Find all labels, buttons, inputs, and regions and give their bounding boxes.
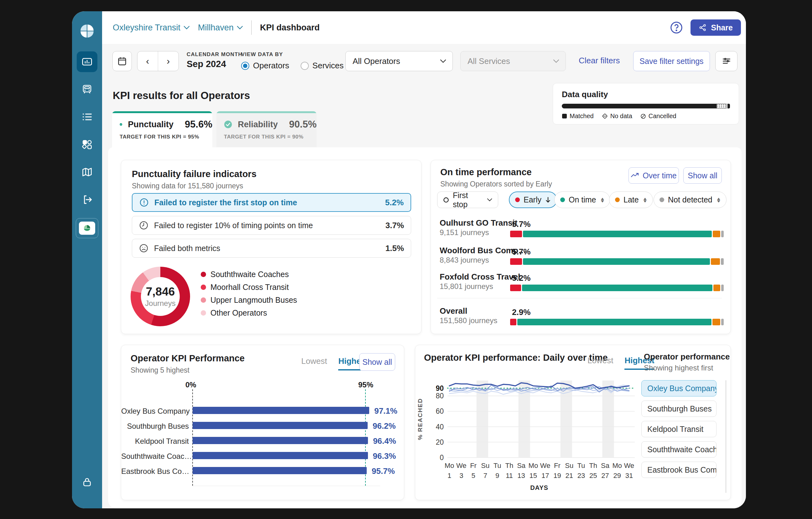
x-tick-day-name: Fr: [554, 462, 560, 469]
donut-center-value: 7,846: [146, 285, 175, 298]
data-quality-card: Data quality Matched No data Cancelled: [553, 83, 739, 125]
share-icon: [699, 24, 707, 32]
clear-filters-link[interactable]: Clear filters: [579, 56, 620, 65]
radio-dot: [241, 62, 249, 70]
filter-lines-icon: [722, 56, 731, 66]
breadcrumb-org-label: Oxleyshire Transit: [113, 23, 180, 33]
operator-name: Foxfold Cross Travel: [440, 272, 520, 282]
x-tick-day-number: 7: [484, 472, 487, 480]
kpi-bar: [193, 437, 368, 444]
partner-app-button[interactable]: [76, 218, 98, 238]
bar-category-label: Eastbrook Bus Co…: [121, 467, 189, 476]
operators-select[interactable]: All Operators: [345, 51, 453, 71]
header-divider: [251, 20, 252, 35]
nav-apps-icon[interactable]: [77, 134, 97, 155]
operator-button[interactable]: Southburgh Buses: [641, 401, 717, 417]
radio-services-label: Services: [313, 61, 344, 71]
top-header: Oxleyshire Transit Millhaven KPI dashboa…: [102, 11, 746, 44]
show-all-label: Show all: [362, 358, 392, 367]
bar-value-label: 96.2%: [373, 421, 396, 431]
calendar-button[interactable]: [112, 51, 132, 71]
operator-button[interactable]: Souththwaite Coaches: [641, 441, 717, 458]
calendar-month-value: Sep 2024: [186, 59, 226, 69]
sidebar: [72, 11, 102, 508]
failure-indicator-row[interactable]: Failed to register the first stop on tim…: [132, 193, 411, 212]
failure-panel-subtitle: Showing data for 151,580 journeys: [132, 182, 257, 190]
page-header-title: KPI dashboard: [260, 23, 320, 33]
bar-segment: [523, 231, 712, 237]
main-area: Oxleyshire Transit Millhaven KPI dashboa…: [102, 11, 746, 508]
operator-list-scrollbar[interactable]: [725, 380, 726, 493]
lock-icon[interactable]: [72, 476, 102, 488]
on-time-stacked-bar: [510, 319, 724, 325]
bar-segment: [510, 319, 516, 325]
services-select[interactable]: All Services: [460, 51, 566, 71]
operator-button[interactable]: Eastbrook Bus Compa…: [641, 462, 717, 478]
legend-dot: [201, 310, 206, 316]
bar-segment: [522, 284, 713, 291]
data-quality-bar: [562, 104, 730, 108]
alert-icon: [139, 198, 149, 207]
donut-center-label: Journeys: [145, 299, 175, 308]
failure-indicator-row[interactable]: Failed both metrics1.5%: [132, 239, 411, 257]
toggle-lowest[interactable]: Lowest: [301, 356, 327, 371]
radio-services[interactable]: Services: [301, 61, 344, 71]
share-button[interactable]: Share: [691, 20, 741, 36]
nav-bus-icon[interactable]: [77, 79, 97, 100]
toggle-lowest[interactable]: Lowest: [587, 356, 613, 370]
nav-logout-icon[interactable]: [77, 189, 97, 210]
x-tick-day-number: 5: [471, 472, 475, 480]
kpi-bars-show-all-button[interactable]: Show all: [359, 353, 395, 371]
failure-indicator-row[interactable]: Failed to register 10% of timing points …: [132, 216, 411, 235]
failure-row-label: Failed to register 10% of timing points …: [154, 221, 313, 230]
check-circle-icon: [120, 120, 122, 129]
data-quality-legend: Matched No data Cancelled: [562, 112, 730, 120]
filter-settings-button[interactable]: [715, 51, 737, 71]
tab-punctuality[interactable]: Punctuality 95.6% TARGET FOR THIS KPI = …: [112, 111, 212, 147]
x-tick-day-name: We: [540, 462, 551, 469]
chevron-down-icon: [553, 59, 559, 63]
next-month-button[interactable]: ›: [158, 51, 179, 71]
nav-list-icon[interactable]: [77, 107, 97, 127]
axis-tick-label: 95%: [358, 380, 373, 389]
nav-map-icon[interactable]: [77, 162, 97, 183]
legend-dot: [201, 297, 206, 303]
save-filter-settings-button[interactable]: Save filter settings: [633, 51, 710, 71]
x-tick-day-name: We: [624, 462, 634, 469]
operator-kpi-panel: Operator KPI Performance Showing 5 highe…: [121, 345, 404, 500]
nav-dashboard-icon[interactable]: [77, 51, 97, 72]
prev-month-button[interactable]: ‹: [138, 51, 158, 71]
daily-line-chart: 02040608090Mo1We3Fr5Su7Tu9Th11Sa13Mo15We…: [416, 376, 641, 499]
early-percent-label: 2.9%: [512, 307, 530, 317]
divider: [437, 298, 722, 298]
check-circle-icon: [224, 120, 232, 129]
operator-journeys: 15,801 journeys: [440, 282, 493, 291]
failure-row-label: Failed to register the first stop on tim…: [154, 198, 297, 207]
operator-journeys: 9,151 journeys: [440, 228, 489, 237]
bar-segment: [721, 258, 724, 265]
breadcrumb-region[interactable]: Millhaven: [198, 23, 243, 33]
x-tick-day-number: 21: [565, 472, 573, 480]
operator-button[interactable]: Oxley Bus Company: [641, 380, 717, 397]
operator-button[interactable]: Keldpool Transit: [641, 421, 717, 437]
tab-reliability[interactable]: Reliability 90.5% TARGET FOR THIS KPI = …: [216, 111, 317, 147]
help-icon[interactable]: [669, 20, 684, 35]
radio-operators-label: Operators: [253, 61, 289, 71]
x-tick-day-number: 29: [613, 472, 621, 480]
breadcrumb-org[interactable]: Oxleyshire Transit: [113, 23, 190, 33]
y-tick-label: 80: [436, 392, 444, 400]
bar-value-label: 97.1%: [374, 406, 397, 416]
legend-cancelled: Cancelled: [640, 112, 676, 120]
bar-category-label: Keldpool Transit: [121, 437, 189, 446]
bar-value-label: 95.7%: [372, 466, 395, 476]
y-tick-label: 60: [436, 407, 444, 415]
x-tick-day-number: 15: [529, 472, 537, 480]
kpi-bar: [193, 407, 369, 414]
bar-segment: [713, 231, 720, 237]
view-data-by-radios: Operators Services: [241, 61, 344, 71]
axis-tick-label: 0%: [185, 380, 196, 389]
failure-rows: Failed to register the first stop on tim…: [132, 193, 411, 262]
calendar-month-label: CALENDAR MONTH: [186, 51, 242, 58]
cancelled-icon: [640, 113, 646, 119]
radio-operators[interactable]: Operators: [241, 61, 289, 71]
